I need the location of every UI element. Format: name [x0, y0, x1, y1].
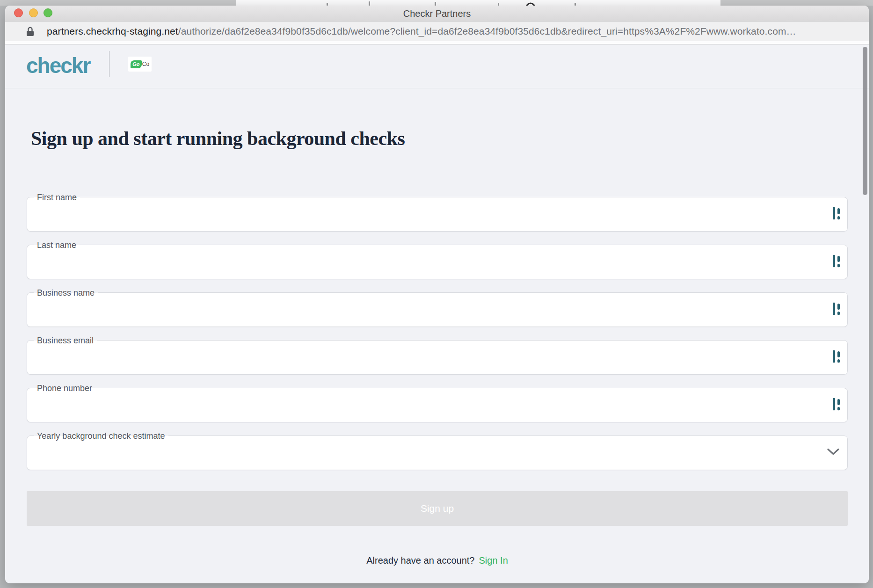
- last-name-field: Last name: [27, 245, 848, 279]
- background-search-field: [236, 0, 720, 6]
- password-manager-bars-icon[interactable]: [833, 350, 841, 365]
- checkr-logo: checkr: [26, 52, 90, 78]
- last-name-input[interactable]: [27, 245, 847, 279]
- goco-logo-text: Co: [142, 61, 149, 67]
- search-icon: [524, 1, 537, 6]
- clipped-text-mark: [369, 1, 370, 6]
- goco-leaf-icon: Go: [131, 60, 142, 68]
- sign-up-button[interactable]: Sign up: [27, 491, 848, 526]
- signup-content: Sign up and start running background che…: [5, 128, 869, 566]
- url-bar[interactable]: partners.checkrhq-staging.net/authorize/…: [5, 22, 869, 41]
- password-manager-bars-icon[interactable]: [833, 207, 841, 222]
- phone-number-label: Phone number: [34, 383, 95, 393]
- browser-popup-window: Checkr Partners partners.checkrhq-stagin…: [5, 6, 869, 583]
- last-name-label: Last name: [34, 240, 80, 250]
- yearly-estimate-label: Yearly background check estimate: [34, 431, 168, 441]
- password-manager-bars-icon[interactable]: [833, 303, 841, 317]
- business-name-label: Business name: [34, 288, 98, 298]
- sign-in-link[interactable]: Sign In: [479, 555, 508, 566]
- lock-icon[interactable]: [26, 27, 34, 38]
- clipped-text-mark: [435, 2, 436, 6]
- phone-number-field: Phone number: [27, 388, 848, 422]
- window-titlebar: Checkr Partners: [5, 6, 869, 22]
- page: checkr Go Co Sign up and start running b…: [5, 44, 869, 583]
- business-name-field: Business name: [27, 292, 848, 327]
- chrome-bottom-edge: [5, 41, 869, 44]
- url-domain: partners.checkrhq-staging.net: [47, 26, 178, 36]
- background-window-strip: [0, 0, 873, 6]
- scrollbar-thumb[interactable]: [863, 47, 867, 195]
- chevron-down-icon: [827, 449, 839, 457]
- password-manager-bars-icon[interactable]: [833, 255, 841, 269]
- goco-logo: Go Co: [128, 57, 152, 72]
- first-name-field: First name: [27, 197, 848, 232]
- url-text: partners.checkrhq-staging.net/authorize/…: [47, 22, 861, 41]
- first-name-input[interactable]: [27, 197, 847, 231]
- phone-number-input[interactable]: [27, 388, 847, 422]
- site-header: checkr Go Co: [5, 44, 869, 88]
- first-name-label: First name: [34, 192, 80, 203]
- signin-row: Already have an account?Sign In: [27, 555, 848, 566]
- logo-divider: [109, 51, 109, 77]
- signup-form: First name Last name: [27, 197, 848, 566]
- url-path: /authorize/da6f2e8ea34f9b0f35d6c1db/welc…: [178, 26, 796, 36]
- window-title: Checkr Partners: [5, 6, 869, 22]
- yearly-estimate-field[interactable]: Yearly background check estimate: [27, 436, 848, 470]
- business-name-input[interactable]: [27, 293, 847, 327]
- page-title: Sign up and start running background che…: [31, 128, 848, 149]
- business-email-field: Business email: [27, 340, 848, 375]
- business-email-label: Business email: [34, 335, 97, 346]
- business-email-input[interactable]: [27, 341, 847, 374]
- signin-prompt: Already have an account?: [366, 555, 474, 566]
- password-manager-bars-icon[interactable]: [833, 398, 841, 413]
